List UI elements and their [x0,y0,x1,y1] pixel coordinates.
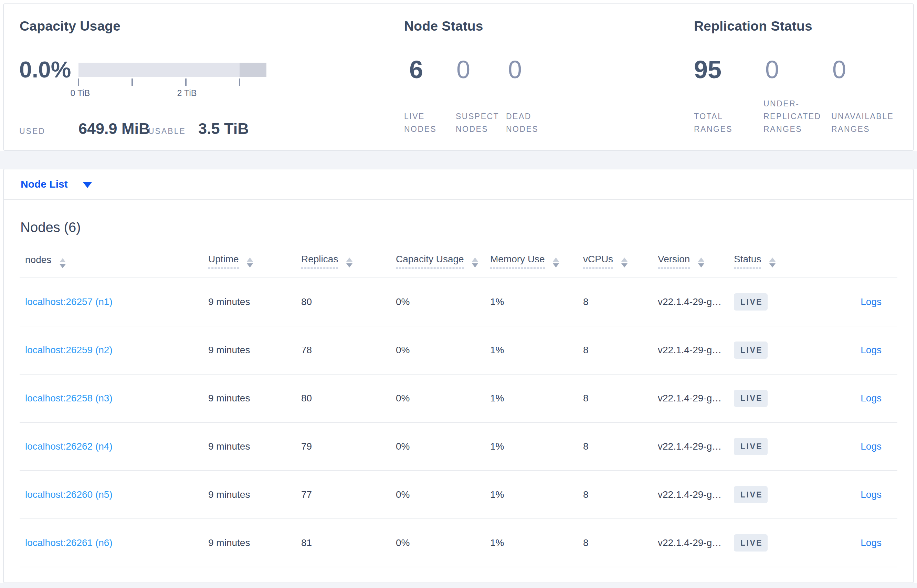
logs-link[interactable]: Logs [860,489,881,500]
under-replicated-ranges-count: 0 [765,56,779,83]
logs-link[interactable]: Logs [860,537,881,548]
capacity-used-percent: 0.0% [19,57,71,82]
nodes-table-title: Nodes (6) [20,220,898,235]
suspect-nodes-count: 0 [457,56,470,83]
column-header-memory-use[interactable]: Memory Use [490,245,583,278]
usable-value: 3.5 TiB [198,120,249,138]
logs-link[interactable]: Logs [860,441,881,452]
capacity-usage-title: Capacity Usage [19,19,121,34]
uptime-cell: 9 minutes [208,519,301,567]
vcpus-cell: 8 [583,326,658,374]
column-label: nodes [25,254,51,268]
bar-tick-3 [239,79,240,86]
logs-link[interactable]: Logs [860,296,881,307]
logs-link[interactable]: Logs [860,393,881,404]
vcpus-cell: 8 [583,374,658,422]
memory-cell: 1% [490,374,583,422]
memory-cell: 1% [490,278,583,326]
live-nodes-label: LIVE NODES [404,110,447,136]
node-link[interactable]: localhost:26259 (n2) [25,345,113,355]
bar-tick-label-0: 0 TiB [71,88,90,98]
dead-nodes-count: 0 [508,56,522,83]
table-row: localhost:26262 (n4) 9 minutes 79 0% 1% … [19,422,898,471]
bar-tick-0 [78,79,79,86]
vcpus-cell: 8 [583,278,658,326]
table-header-row: nodes Uptime Replicas Capacity Usage [19,245,898,278]
column-label: Memory Use [490,254,545,268]
cluster-summary-card: Capacity Usage 0.0% 0 TiB 2 TiB USED 649… [3,3,914,151]
memory-cell: 1% [490,519,583,567]
column-header-capacity-usage[interactable]: Capacity Usage [396,245,490,278]
capacity-cell: 0% [396,422,490,471]
status-badge: LIVE [734,341,768,359]
sort-icon[interactable] [346,257,352,268]
view-selector-dropdown[interactable]: Node List [4,170,913,200]
suspect-nodes-label: SUSPECT NODES [456,110,506,136]
sort-icon[interactable] [553,257,559,268]
sort-icon[interactable] [472,257,478,268]
sort-icon[interactable] [621,257,628,268]
memory-cell: 1% [490,471,583,519]
status-badge: LIVE [734,534,768,551]
node-link[interactable]: localhost:26262 (n4) [25,441,113,452]
column-header-vcpus[interactable]: vCPUs [583,245,658,278]
column-label: Replicas [301,254,338,268]
column-header-status[interactable]: Status [734,245,807,278]
column-header-uptime[interactable]: Uptime [208,245,301,278]
sort-icon[interactable] [698,257,704,268]
table-row: localhost:26261 (n6) 9 minutes 81 0% 1% … [19,519,898,567]
under-replicated-ranges-label: UNDER-REPLICATED RANGES [764,97,841,136]
memory-cell: 1% [490,326,583,374]
replicas-cell: 77 [301,471,396,519]
status-badge: LIVE [734,486,768,503]
logs-link[interactable]: Logs [860,345,881,355]
dead-nodes-label: DEAD NODES [506,110,549,136]
column-label: Uptime [208,254,239,268]
usable-label: USABLE [149,127,186,136]
total-ranges-count: 95 [694,56,722,83]
section-divider-band [0,151,917,169]
table-row: localhost:26257 (n1) 9 minutes 80 0% 1% … [19,278,898,326]
table-row: localhost:26259 (n2) 9 minutes 78 0% 1% … [19,326,898,374]
used-value: 649.9 MiB [79,120,150,138]
status-badge: LIVE [734,438,768,455]
replicas-cell: 79 [301,422,396,471]
uptime-cell: 9 minutes [208,422,301,471]
nodes-table: nodes Uptime Replicas Capacity Usage [19,245,898,567]
version-cell: v22.1.4-29-g… [658,519,734,567]
sort-icon[interactable] [247,257,253,268]
column-header-replicas[interactable]: Replicas [301,245,396,278]
status-badge: LIVE [734,293,768,310]
column-label: Version [658,254,690,268]
uptime-cell: 9 minutes [208,278,301,326]
node-link[interactable]: localhost:26257 (n1) [25,296,113,307]
table-row: localhost:26260 (n5) 9 minutes 77 0% 1% … [19,471,898,519]
status-badge: LIVE [734,390,768,407]
total-ranges-label: TOTAL RANGES [694,110,747,136]
column-header-nodes[interactable]: nodes [19,245,208,278]
view-selector-label[interactable]: Node List [21,178,68,190]
version-cell: v22.1.4-29-g… [658,422,734,471]
live-nodes-count: 6 [409,56,423,83]
vcpus-cell: 8 [583,471,658,519]
memory-cell: 1% [490,422,583,471]
bar-tick-1 [131,79,133,86]
used-label: USED [19,127,45,136]
sort-icon[interactable] [60,258,66,268]
node-link[interactable]: localhost:26260 (n5) [25,489,113,500]
capacity-cell: 0% [396,326,490,374]
replication-status-title: Replication Status [694,19,812,34]
table-row: localhost:26258 (n3) 9 minutes 80 0% 1% … [19,374,898,422]
capacity-cell: 0% [396,374,490,422]
uptime-cell: 9 minutes [208,471,301,519]
capacity-cell: 0% [396,519,490,567]
column-header-version[interactable]: Version [658,245,734,278]
uptime-cell: 9 minutes [208,374,301,422]
node-link[interactable]: localhost:26258 (n3) [25,393,113,404]
node-list-card: Node List Nodes (6) nodes Uptime [3,169,914,583]
node-link[interactable]: localhost:26261 (n6) [25,537,113,548]
uptime-cell: 9 minutes [208,326,301,374]
sort-icon[interactable] [769,257,775,268]
capacity-cell: 0% [396,278,490,326]
capacity-cell: 0% [396,471,490,519]
